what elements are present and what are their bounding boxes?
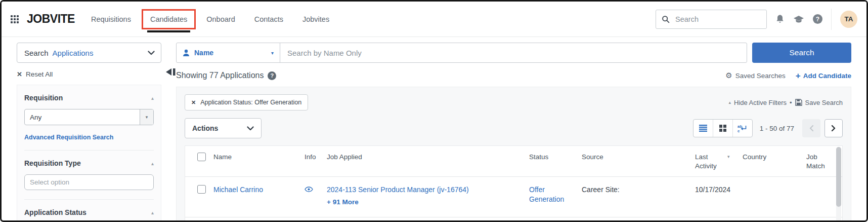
application-status-section-header[interactable]: Application Status ▴: [24, 208, 154, 216]
saved-searches-button[interactable]: ⚙ Saved Searches: [725, 71, 786, 80]
row-checkbox[interactable]: [197, 185, 206, 194]
topbar-divider: [831, 9, 832, 30]
column-header-source[interactable]: Source: [577, 153, 690, 162]
filter-section-application-status: Application Status ▴: [24, 200, 154, 222]
select-caret-icon[interactable]: ▾: [140, 109, 153, 125]
status-link[interactable]: Offer Generation: [529, 185, 573, 204]
search-field-value: Name: [194, 49, 213, 57]
last-activity-value: 10/17/2024: [690, 185, 737, 194]
column-header-status[interactable]: Status: [524, 153, 577, 162]
filter-panel: Requisition ▴ Any ▾ Advanced Requisition…: [17, 85, 161, 222]
column-header-country[interactable]: Country: [737, 153, 801, 162]
main-content: Name ▾ Search Showing 77 Applications ? …: [176, 43, 851, 222]
hide-active-filters-link[interactable]: Hide Active Filters: [734, 99, 787, 106]
last-activity-label: Last Activity: [695, 153, 720, 170]
info-eye-icon[interactable]: [299, 185, 322, 192]
nav-item-jobvites[interactable]: Jobvites: [302, 15, 329, 23]
active-filter-chip[interactable]: ✕ Application Status: Offer Generation: [185, 94, 308, 110]
help-icon[interactable]: ?: [813, 14, 822, 24]
save-search-link[interactable]: Save Search: [805, 99, 843, 106]
global-search-input[interactable]: [674, 15, 761, 24]
list-view-icon[interactable]: [693, 120, 713, 137]
actions-dropdown-button[interactable]: Actions: [185, 118, 262, 138]
add-candidate-label: Add Candidate: [803, 72, 851, 80]
svg-text:c: c: [737, 129, 740, 133]
search-scope-value: Applications: [53, 49, 94, 57]
select-all-checkbox[interactable]: [197, 153, 206, 161]
jobvite-logo: JOBVITE: [27, 12, 75, 26]
candidate-name-link[interactable]: Michael Carrino: [208, 185, 299, 194]
notifications-bell-icon[interactable]: [775, 14, 785, 24]
applications-table: Name Info Job Applied Status Source Last…: [185, 145, 843, 222]
remove-filter-icon[interactable]: ✕: [191, 99, 196, 106]
results-summary: Showing 77 Applications ?: [176, 71, 276, 80]
app-grid-icon[interactable]: [11, 15, 19, 23]
filter-chip-label: Application Status: Offer Generation: [200, 99, 301, 106]
table-row: Michael Carrino 2024-113 Senior Product …: [185, 176, 842, 217]
scrollbar-thumb[interactable]: [836, 147, 841, 207]
filter-section-requisition: Requisition ▴ Any ▾ Advanced Requisition…: [24, 85, 154, 151]
top-navigation-bar: JOBVITE Requisitions Candidates Onboard …: [2, 2, 866, 37]
collapse-caret-icon[interactable]: ▴: [151, 161, 154, 166]
candidate-search-bar: Name ▾: [176, 43, 747, 63]
reset-all-label: Reset All: [26, 70, 53, 78]
source-value: Career Site:: [577, 185, 690, 194]
sort-caret-icon[interactable]: ▾: [727, 154, 730, 170]
help-icon[interactable]: ?: [268, 71, 276, 80]
reset-all-button[interactable]: ✕ Reset All: [17, 70, 161, 78]
column-header-job-applied[interactable]: Job Applied: [322, 153, 524, 162]
nav-item-contacts[interactable]: Contacts: [254, 15, 283, 23]
requisition-type-section-header[interactable]: Requisition Type ▴: [24, 159, 154, 167]
dot-separator: •: [790, 99, 792, 106]
table-scrollbar[interactable]: [836, 147, 841, 222]
pagination-range: 1 - 50 of 77: [760, 125, 794, 132]
plus-icon: +: [796, 71, 801, 80]
column-header-info: Info: [299, 153, 322, 162]
search-button[interactable]: Search: [752, 43, 851, 63]
collapse-caret-icon[interactable]: ▴: [151, 95, 154, 101]
actions-label: Actions: [192, 124, 218, 132]
advanced-requisition-search-link[interactable]: Advanced Requisition Search: [24, 134, 154, 141]
rename-columns-icon[interactable]: abc: [732, 120, 752, 137]
caret-up-icon: ▴: [728, 100, 731, 105]
name-search-input[interactable]: [280, 49, 747, 57]
application-status-title: Application Status: [24, 208, 86, 216]
results-summary-text: Showing 77 Applications: [176, 71, 264, 80]
close-icon: ✕: [17, 70, 22, 78]
collapse-sidebar-icon[interactable]: [164, 67, 177, 77]
save-icon: [795, 99, 802, 106]
chevron-down-icon: [247, 126, 254, 131]
requisition-select[interactable]: Any ▾: [24, 109, 154, 125]
requisition-section-header[interactable]: Requisition ▴: [24, 94, 154, 102]
search-scope-label: Search: [24, 49, 49, 57]
requisition-type-input[interactable]: [24, 174, 154, 190]
main-nav: Requisitions Candidates Onboard Contacts…: [91, 9, 329, 29]
app-window: JOBVITE Requisitions Candidates Onboard …: [0, 0, 868, 222]
gear-icon: ⚙: [725, 71, 732, 80]
caret-down-icon: ▾: [271, 50, 274, 56]
job-match-label: Job Match: [806, 153, 829, 170]
learning-cap-icon[interactable]: [793, 15, 804, 24]
search-scope-select[interactable]: Search Applications: [17, 43, 161, 63]
table-header-row: Name Info Job Applied Status Source Last…: [185, 146, 842, 176]
nav-item-onboard[interactable]: Onboard: [206, 15, 235, 23]
column-header-name[interactable]: Name: [208, 153, 299, 162]
view-toggle-group: abc: [693, 119, 753, 137]
person-icon: [183, 49, 190, 57]
more-jobs-link[interactable]: + 91 More: [327, 198, 524, 207]
search-icon: [662, 15, 670, 23]
user-avatar[interactable]: TA: [840, 11, 857, 28]
requisition-title: Requisition: [24, 94, 63, 102]
grid-view-icon[interactable]: [713, 120, 732, 137]
nav-item-candidates[interactable]: Candidates: [142, 9, 196, 29]
collapse-caret-icon[interactable]: ▴: [151, 210, 154, 215]
previous-page-button[interactable]: [802, 119, 820, 137]
next-page-button[interactable]: [824, 119, 843, 137]
job-applied-link[interactable]: 2024-113 Senior Product Manager (jv-1676…: [327, 186, 469, 194]
add-candidate-button[interactable]: + Add Candidate: [796, 71, 851, 80]
search-field-selector[interactable]: Name ▾: [177, 43, 280, 62]
saved-searches-label: Saved Searches: [735, 72, 786, 80]
column-header-last-activity[interactable]: Last Activity ▾: [690, 153, 737, 170]
requisition-type-title: Requisition Type: [24, 159, 81, 167]
nav-item-requisitions[interactable]: Requisitions: [91, 15, 131, 23]
